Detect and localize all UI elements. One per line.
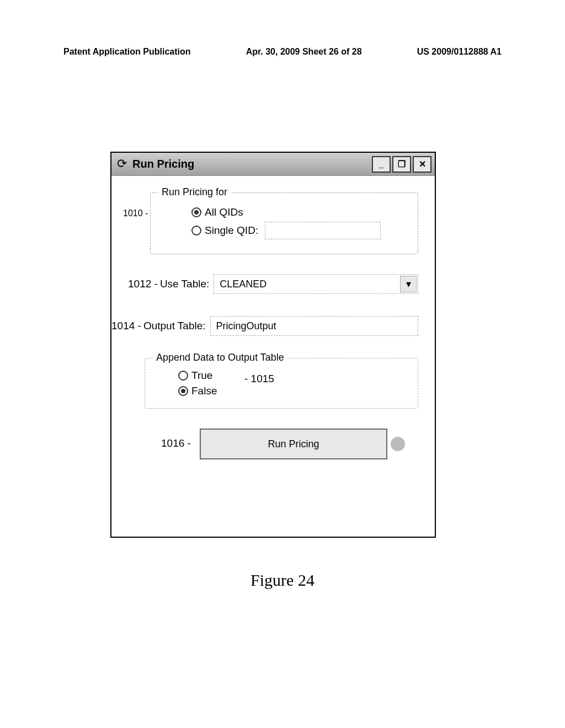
output-table-label: Output Table: bbox=[143, 320, 206, 332]
append-data-fieldset: Append Data to Output Table - 1015 True … bbox=[145, 358, 418, 409]
run-pricing-label: Run Pricing bbox=[268, 438, 319, 450]
dialog-window: Run Pricing _ ❐ ✕ Run Pricing for 1010 -… bbox=[110, 152, 436, 538]
use-table-select[interactable]: CLEANED ▾ bbox=[214, 274, 418, 294]
fieldset-legend: Run Pricing for bbox=[158, 186, 231, 198]
maximize-button[interactable]: ❐ bbox=[392, 156, 411, 173]
radio-true[interactable] bbox=[178, 371, 188, 381]
dialog-content: Run Pricing for 1010 - All QIDs Single Q… bbox=[111, 176, 435, 537]
ref-1010: 1010 - bbox=[123, 208, 148, 218]
close-button[interactable]: ✕ bbox=[413, 156, 431, 173]
figure-caption: Figure 24 bbox=[0, 571, 565, 590]
radio-false-label: False bbox=[191, 385, 217, 397]
titlebar[interactable]: Run Pricing _ ❐ ✕ bbox=[111, 153, 435, 176]
radio-false[interactable] bbox=[178, 386, 188, 396]
single-qid-input[interactable] bbox=[265, 222, 381, 239]
radio-single-qid-label: Single QID: bbox=[205, 224, 258, 237]
header-left: Patent Application Publication bbox=[63, 47, 191, 57]
output-table-row: 1014 - Output Table: PricingOutput bbox=[111, 316, 418, 336]
ref-1014: 1014 - bbox=[111, 320, 141, 332]
use-table-value: CLEANED bbox=[220, 279, 266, 290]
gear-icon bbox=[391, 437, 405, 451]
page-header: Patent Application Publication Apr. 30, … bbox=[0, 47, 565, 57]
app-icon bbox=[116, 158, 129, 171]
output-table-value: PricingOutput bbox=[216, 320, 276, 332]
run-pricing-for-fieldset: Run Pricing for 1010 - All QIDs Single Q… bbox=[150, 192, 418, 254]
radio-true-label: True bbox=[191, 370, 212, 382]
header-center: Apr. 30, 2009 Sheet 26 of 28 bbox=[246, 47, 362, 57]
header-right: US 2009/0112888 A1 bbox=[417, 47, 502, 57]
ref-1016: 1016 - bbox=[161, 437, 191, 449]
window-title: Run Pricing bbox=[132, 158, 370, 170]
ref-1012: 1012 - bbox=[128, 278, 158, 290]
append-legend: Append Data to Output Table bbox=[153, 352, 287, 363]
radio-single-qid[interactable] bbox=[191, 226, 201, 235]
run-pricing-button[interactable]: Run Pricing bbox=[200, 429, 387, 459]
use-table-row: 1012 - Use Table: CLEANED ▾ bbox=[128, 274, 418, 294]
minimize-button[interactable]: _ bbox=[372, 156, 391, 173]
chevron-down-icon[interactable]: ▾ bbox=[400, 276, 417, 292]
radio-all-qids[interactable] bbox=[191, 207, 201, 217]
output-table-input[interactable]: PricingOutput bbox=[210, 316, 418, 336]
ref-1015: - 1015 bbox=[244, 373, 274, 385]
use-table-label: Use Table: bbox=[160, 278, 209, 290]
radio-all-qids-label: All QIDs bbox=[205, 206, 243, 218]
